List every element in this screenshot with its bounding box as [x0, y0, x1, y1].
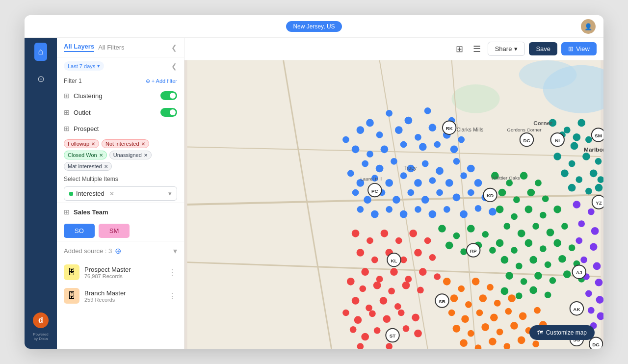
location-pill[interactable]: New Jersey, US	[286, 21, 341, 32]
sales-team-icon: ⊞	[64, 208, 70, 216]
add-filter-button[interactable]: ⊕ + Add filter	[146, 78, 177, 84]
outlet-toggle[interactable]	[160, 108, 177, 117]
svg-point-154	[467, 225, 475, 233]
svg-point-116	[498, 189, 506, 197]
select-multiple-input[interactable]: Interested ✕ ▾	[64, 186, 177, 201]
svg-point-214	[576, 237, 582, 244]
svg-point-199	[595, 158, 602, 165]
svg-point-81	[361, 268, 369, 276]
share-button[interactable]: Share ▾	[488, 42, 525, 56]
svg-point-76	[371, 257, 378, 263]
source-chevron-icon[interactable]: ▾	[173, 246, 177, 256]
tag-unassigned-close[interactable]: ✕	[144, 153, 148, 158]
svg-point-205	[585, 188, 592, 195]
map-grid-icon[interactable]: ⊞	[453, 41, 466, 57]
map-canvas: RK PC KD RP KL SB AK SG	[184, 60, 603, 349]
tag-not-interested: Not interested ✕	[102, 139, 149, 148]
date-collapse-icon[interactable]: ❮	[171, 62, 177, 70]
source-prospect-icon: 🗄	[64, 264, 79, 280]
tag-closed-won-close[interactable]: ✕	[99, 153, 103, 158]
date-label: Last 7 days	[68, 63, 95, 69]
team-btn-so[interactable]: SO	[64, 224, 95, 238]
svg-text:SM: SM	[595, 133, 602, 138]
svg-point-27	[400, 141, 407, 148]
avatar: 👤	[581, 19, 596, 34]
svg-point-113	[506, 180, 513, 186]
tag-not-interested-close[interactable]: ✕	[141, 141, 145, 147]
svg-point-155	[482, 231, 489, 238]
prospect-layer: ⊞ Prospect	[57, 121, 184, 136]
svg-point-160	[443, 278, 451, 286]
svg-point-11	[366, 119, 374, 127]
customize-map-label: Customize map	[546, 329, 587, 336]
svg-point-167	[494, 300, 501, 307]
nav-home-icon[interactable]: ⌂	[34, 43, 48, 61]
svg-rect-1	[187, 60, 601, 349]
svg-point-12	[386, 110, 392, 117]
source-branch-icon: 🗄	[64, 288, 79, 304]
svg-point-151	[545, 291, 551, 298]
svg-point-84	[405, 276, 412, 283]
tag-followup-close[interactable]: ✕	[91, 141, 95, 147]
tab-all-layers[interactable]: All Layers	[64, 43, 94, 52]
svg-point-23	[342, 136, 349, 143]
svg-point-127	[532, 223, 539, 230]
svg-point-63	[415, 206, 421, 213]
svg-point-184	[460, 339, 468, 347]
svg-point-49	[352, 189, 359, 196]
svg-point-140	[558, 255, 566, 263]
team-btn-sm[interactable]: SM	[99, 224, 130, 238]
svg-point-26	[381, 145, 389, 153]
outlet-layer: ⊞ Outlet	[57, 104, 184, 121]
svg-point-164	[450, 294, 458, 302]
clustering-toggle[interactable]	[160, 91, 177, 100]
svg-point-62	[400, 210, 408, 218]
map-list-icon[interactable]: ☰	[470, 41, 484, 57]
source-branch-menu[interactable]: ⋮	[168, 291, 177, 301]
save-button[interactable]: Save	[529, 42, 557, 55]
source-header-label: Added source : 3	[64, 247, 112, 255]
source-add-icon[interactable]: ⊕	[115, 246, 121, 256]
source-prospect-menu[interactable]: ⋮	[168, 268, 177, 277]
tab-all-filters[interactable]: All Filters	[98, 44, 124, 51]
svg-point-170	[461, 315, 469, 323]
svg-point-86	[434, 273, 441, 280]
collapse-button[interactable]: ❮	[171, 44, 177, 52]
tag-mat-interested-close[interactable]: ✕	[104, 164, 108, 169]
svg-point-104	[361, 333, 369, 341]
svg-point-180	[510, 322, 518, 330]
team-buttons: SO SM	[57, 221, 184, 241]
svg-point-107	[403, 325, 410, 332]
svg-point-216	[580, 257, 587, 263]
svg-point-174	[519, 312, 527, 320]
clustering-icon: ⊞	[64, 92, 70, 100]
customize-map-button[interactable]: 🗺 Customize map	[529, 325, 595, 340]
svg-point-42	[385, 179, 393, 187]
svg-text:SB: SB	[439, 299, 445, 304]
svg-point-143	[521, 278, 527, 285]
clustering-layer: ⊞ Clustering	[57, 87, 184, 104]
view-button[interactable]: ⊞ View	[561, 42, 597, 55]
nav-database-icon[interactable]: ⊙	[33, 70, 49, 88]
left-nav: ⌂ ⊙ d Poweredby Dista	[25, 38, 57, 349]
svg-point-146	[563, 270, 571, 278]
svg-point-150	[529, 286, 537, 294]
svg-point-57	[468, 189, 474, 196]
svg-point-39	[347, 170, 354, 177]
svg-point-215	[590, 243, 598, 251]
svg-point-145	[550, 277, 556, 284]
svg-point-71	[381, 230, 389, 237]
svg-point-115	[535, 180, 542, 186]
svg-point-139	[545, 261, 551, 268]
source-branch-name: Branch Master	[84, 289, 163, 297]
svg-point-56	[453, 193, 461, 201]
date-badge[interactable]: Last 7 days ▾	[64, 61, 104, 71]
map-area: ⊞ ☰ Share ▾ Save ⊞ View	[184, 38, 603, 349]
svg-point-117	[513, 196, 520, 203]
svg-text:YZ: YZ	[596, 200, 602, 206]
svg-point-208	[573, 133, 581, 141]
svg-point-16	[415, 134, 421, 141]
svg-text:RP: RP	[470, 248, 477, 254]
select-clear-icon[interactable]: ✕	[109, 190, 114, 197]
svg-point-94	[366, 305, 372, 312]
